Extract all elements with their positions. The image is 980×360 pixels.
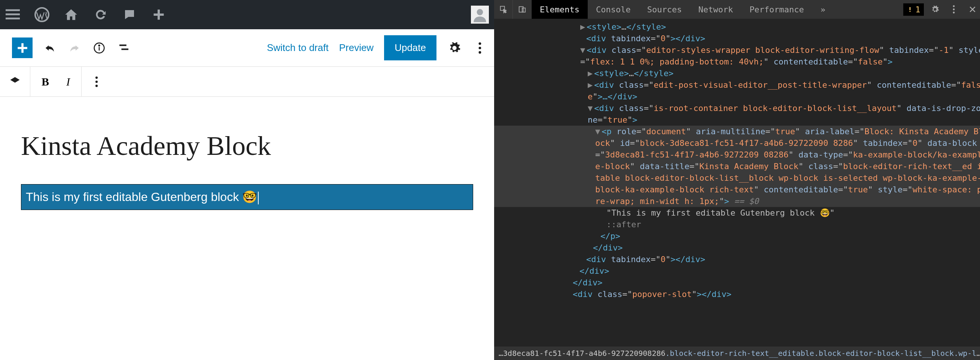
- issues-badge[interactable]: 1: [903, 3, 924, 16]
- more-menu-icon[interactable]: [473, 40, 487, 56]
- devtools-tabs: Elements Console Sources Network Perform…: [494, 0, 980, 19]
- svg-point-25: [953, 5, 955, 7]
- wp-logo-icon[interactable]: [35, 7, 49, 22]
- svg-point-11: [99, 45, 100, 46]
- svg-rect-24: [910, 11, 911, 12]
- tab-elements[interactable]: Elements: [531, 0, 588, 19]
- tab-sources[interactable]: Sources: [639, 0, 690, 19]
- add-block-button[interactable]: [12, 37, 33, 58]
- home-icon[interactable]: [64, 7, 79, 22]
- devtools-settings-icon[interactable]: [928, 2, 943, 17]
- wordpress-editor: Switch to draft Preview Update B I Kinst…: [0, 0, 494, 360]
- block-toolbar: B I: [0, 67, 494, 97]
- breadcrumb-id: 3d8eca81-fc51-4f17-a4b6-927220908286: [503, 349, 665, 358]
- device-toolbar-icon[interactable]: [513, 0, 531, 19]
- italic-button[interactable]: I: [62, 75, 74, 88]
- comment-icon[interactable]: [122, 7, 137, 22]
- elements-tree[interactable]: ▶<style>…</style> <div tabindex="0"></di…: [494, 19, 980, 347]
- text-caret: [258, 192, 259, 204]
- svg-point-17: [95, 77, 98, 79]
- new-content-icon[interactable]: [151, 7, 166, 22]
- svg-point-26: [953, 9, 955, 11]
- editor-canvas[interactable]: Kinsta Academy Block This is my first ed…: [0, 97, 494, 360]
- block-content: This is my first editable Gutenberg bloc…: [26, 190, 257, 204]
- devtools-breadcrumb[interactable]: … 3d8eca81-fc51-4f17-a4b6-927220908286.b…: [494, 347, 980, 360]
- devtools-panel: Elements Console Sources Network Perform…: [494, 0, 980, 360]
- svg-rect-1: [6, 13, 20, 15]
- svg-point-15: [479, 46, 481, 49]
- switch-to-draft-button[interactable]: Switch to draft: [267, 42, 329, 54]
- outline-button[interactable]: [116, 40, 131, 56]
- wp-admin-bar: [0, 0, 494, 29]
- devtools-more-icon[interactable]: [946, 2, 961, 17]
- post-title[interactable]: Kinsta Academy Block: [21, 131, 473, 162]
- svg-point-16: [479, 51, 481, 54]
- svg-rect-21: [519, 7, 523, 12]
- devtools-close-icon[interactable]: [965, 2, 980, 17]
- user-avatar[interactable]: [471, 6, 489, 24]
- svg-point-14: [479, 42, 481, 45]
- svg-point-27: [953, 12, 955, 13]
- svg-point-18: [95, 80, 98, 83]
- gutenberg-block[interactable]: This is my first editable Gutenberg bloc…: [21, 184, 473, 210]
- svg-rect-13: [121, 48, 128, 50]
- svg-point-6: [477, 9, 483, 15]
- refresh-icon[interactable]: [93, 7, 108, 22]
- update-button[interactable]: Update: [384, 35, 436, 60]
- block-more-icon[interactable]: [89, 74, 104, 89]
- tab-network[interactable]: Network: [690, 0, 741, 19]
- issues-count: 1: [915, 5, 920, 14]
- svg-rect-12: [119, 44, 127, 46]
- inspect-element-icon[interactable]: [494, 0, 513, 19]
- svg-rect-2: [6, 18, 20, 19]
- breadcrumb-classes: .block-editor-rich-text__editable.block-…: [665, 349, 977, 358]
- tab-console[interactable]: Console: [588, 0, 639, 19]
- editor-header: Switch to draft Preview Update: [0, 29, 494, 67]
- svg-rect-23: [910, 7, 911, 10]
- svg-rect-22: [522, 8, 525, 12]
- tab-more-icon[interactable]: »: [812, 0, 834, 19]
- settings-gear-icon[interactable]: [447, 40, 462, 56]
- redo-button[interactable]: [67, 40, 82, 56]
- bold-button[interactable]: B: [38, 75, 53, 88]
- svg-rect-5: [154, 13, 164, 16]
- hamburger-icon[interactable]: [5, 7, 20, 22]
- preview-button[interactable]: Preview: [339, 42, 374, 54]
- info-button[interactable]: [92, 40, 107, 56]
- block-type-icon[interactable]: [8, 74, 22, 89]
- tab-performance[interactable]: Performance: [741, 0, 812, 19]
- svg-point-19: [95, 84, 98, 86]
- svg-rect-0: [6, 10, 20, 11]
- undo-button[interactable]: [42, 40, 57, 56]
- svg-rect-8: [18, 47, 27, 49]
